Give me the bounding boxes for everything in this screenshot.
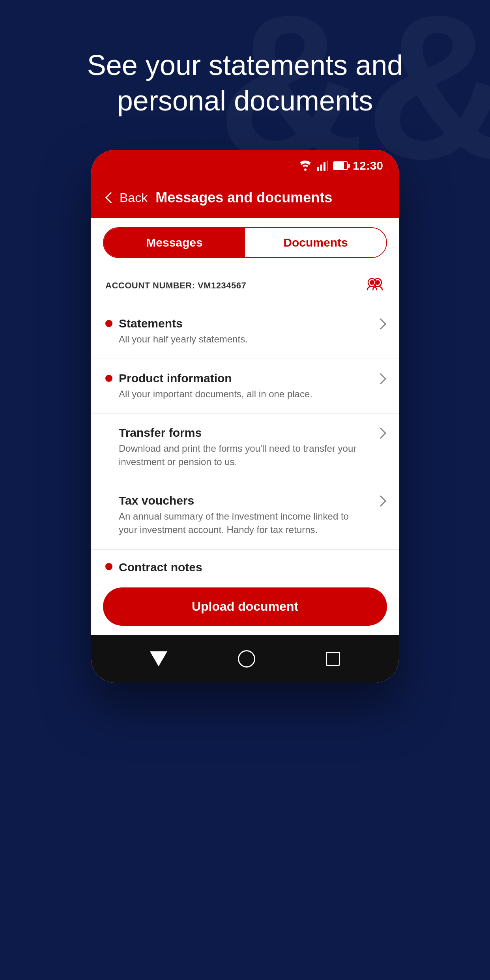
document-list: Statements All your half yearly statemen…	[91, 304, 399, 578]
nav-title: Messages and documents	[155, 189, 332, 206]
android-back-icon[interactable]	[150, 651, 167, 666]
status-bar: 12:30	[91, 150, 399, 181]
svg-rect-1	[320, 165, 322, 171]
chevron-right-icon	[375, 373, 386, 384]
svg-rect-3	[327, 161, 328, 171]
account-icon-svg	[364, 275, 385, 296]
statements-title: Statements	[119, 317, 369, 330]
unread-dot	[105, 320, 112, 327]
back-label: Back	[120, 191, 148, 205]
transfer-forms-title: Transfer forms	[119, 426, 369, 440]
back-button[interactable]: Back	[107, 191, 148, 205]
chevron-right-icon	[375, 428, 386, 439]
phone-mockup: 12:30 Back Messages and documents Messag…	[91, 150, 399, 683]
chevron-right-icon	[375, 318, 386, 329]
tab-switcher: Messages Documents	[103, 227, 387, 258]
account-row: ACCOUNT NUMBER: VM1234567	[91, 267, 399, 304]
statements-item[interactable]: Statements All your half yearly statemen…	[91, 304, 399, 359]
tax-vouchers-item[interactable]: Tax vouchers An annual summary of the in…	[91, 481, 399, 549]
unread-dot	[105, 375, 112, 382]
product-info-desc: All your important documents, all in one…	[119, 387, 369, 401]
status-time: 12:30	[353, 159, 383, 172]
tax-vouchers-desc: An annual summary of the investment inco…	[119, 510, 369, 536]
battery-icon	[333, 161, 348, 170]
hero-title: See your statements and personal documen…	[0, 47, 490, 118]
upload-area: Upload document	[91, 578, 399, 635]
bottom-nav-bar	[91, 635, 399, 683]
messages-tab[interactable]: Messages	[104, 228, 245, 257]
svg-point-7	[375, 280, 380, 285]
account-number-label: ACCOUNT NUMBER: VM1234567	[105, 281, 246, 291]
android-home-icon[interactable]	[238, 650, 255, 668]
unread-dot	[105, 563, 112, 570]
status-icons: 12:30	[298, 159, 383, 172]
tab-container: Messages Documents	[91, 218, 399, 267]
chevron-left-icon	[105, 192, 116, 203]
svg-rect-2	[324, 162, 325, 171]
product-info-item[interactable]: Product information All your important d…	[91, 359, 399, 414]
signal-icon	[317, 161, 328, 171]
account-switch-icon[interactable]	[364, 275, 385, 296]
nav-bar: Back Messages and documents	[91, 181, 399, 218]
android-recents-icon[interactable]	[326, 652, 340, 666]
statements-desc: All your half yearly statements.	[119, 333, 369, 346]
transfer-forms-item[interactable]: Transfer forms Download and print the fo…	[91, 413, 399, 481]
product-info-title: Product information	[119, 372, 369, 385]
transfer-forms-desc: Download and print the forms you'll need…	[119, 442, 369, 468]
svg-rect-0	[317, 167, 319, 171]
documents-tab[interactable]: Documents	[245, 228, 386, 257]
wifi-icon	[298, 161, 312, 171]
contract-notes-item[interactable]: Contract notes	[91, 550, 399, 578]
chevron-right-icon	[375, 496, 386, 507]
tax-vouchers-title: Tax vouchers	[119, 494, 369, 507]
contract-notes-title: Contract notes	[119, 561, 202, 574]
upload-document-button[interactable]: Upload document	[103, 587, 387, 626]
